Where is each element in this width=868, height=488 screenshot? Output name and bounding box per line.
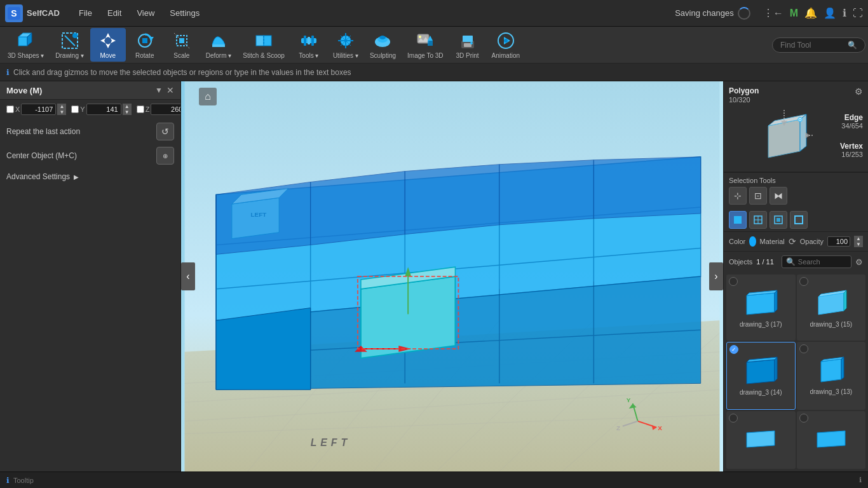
viewport-home-button[interactable]: ⌂ — [199, 88, 217, 105]
toolbar-animation-label: Animation — [492, 52, 520, 59]
z-checkbox[interactable] — [137, 105, 144, 113]
toolbar-3d-print[interactable]: 3D Print — [450, 28, 485, 62]
y-input[interactable] — [86, 104, 121, 115]
fullscreen-icon[interactable]: ⛶ — [853, 8, 863, 19]
rp-obj-checkbox-extra1[interactable] — [729, 414, 738, 423]
svg-marker-115 — [775, 290, 777, 312]
rp-search-input[interactable] — [798, 258, 847, 266]
y-checkbox[interactable] — [71, 105, 79, 113]
center-button[interactable]: ⊕ — [156, 147, 174, 165]
rp-color-picker[interactable] — [749, 236, 756, 247]
toolbar-3d-shapes[interactable]: 3D Shapes ▾ — [3, 28, 49, 62]
z-input[interactable] — [151, 104, 181, 115]
repeat-button[interactable]: ↺ — [156, 123, 174, 140]
toolbar-animation[interactable]: Animation — [487, 28, 525, 62]
image-to-3d-icon — [415, 30, 435, 51]
toolbar-move-label: Move — [100, 52, 116, 59]
rp-obj-item[interactable]: drawing_3 (14) — [726, 342, 796, 409]
rotate-icon — [135, 30, 155, 51]
x-spin-down[interactable]: ▼ — [57, 109, 66, 115]
rp-obj-thumb-15 — [799, 285, 864, 320]
m-icon[interactable]: M — [790, 8, 798, 19]
toolbar-move[interactable]: Move — [90, 28, 126, 62]
menu-view[interactable]: View — [130, 6, 161, 20]
toolbar-tools[interactable]: Tools ▾ — [291, 28, 327, 62]
rp-obj-checkbox-extra2[interactable] — [799, 414, 808, 423]
svg-marker-118 — [844, 290, 846, 311]
rp-objects-grid: drawing_3 (17) drawing_3 (15) — [724, 272, 868, 471]
rp-opacity-spin-down[interactable]: ▼ — [854, 241, 863, 247]
3d-shapes-icon — [16, 30, 36, 51]
rp-obj-item[interactable]: drawing_3 (13) — [797, 342, 866, 409]
x-input[interactable] — [21, 104, 56, 115]
cube-3d-view — [756, 107, 813, 164]
rp-tool-pointer[interactable]: ⊹ — [729, 187, 747, 205]
x-checkbox[interactable] — [6, 105, 14, 113]
rp-obj-item[interactable]: drawing_3 (17) — [726, 274, 796, 341]
svg-marker-9 — [100, 38, 116, 43]
toolbar-sculpting[interactable]: Sculpting — [365, 28, 401, 62]
y-spin-up[interactable]: ▲ — [123, 104, 132, 109]
svg-marker-84 — [216, 308, 311, 390]
rp-obj-item[interactable] — [797, 411, 866, 469]
x-spin-up[interactable]: ▲ — [57, 104, 66, 109]
rp-select-solid[interactable] — [729, 211, 747, 229]
bell-icon[interactable]: 🔔 — [804, 7, 817, 19]
saving-status: Saving changes — [675, 7, 750, 20]
app-name: SelfCAD — [27, 8, 60, 18]
rp-polygon-row: Polygon 10/320 ⚙ — [729, 86, 863, 104]
rp-obj-thumb-extra2 — [799, 421, 864, 456]
rp-obj-checkbox-15[interactable] — [799, 277, 808, 286]
toolbar-image-to-3d[interactable]: Image To 3D — [402, 28, 449, 62]
rp-opacity-input[interactable] — [827, 236, 850, 247]
app-logo[interactable]: S — [5, 4, 23, 22]
toolbar-deform[interactable]: Deform ▾ — [201, 28, 237, 62]
rp-opacity-spin-up[interactable]: ▲ — [854, 236, 863, 241]
panel-dropdown-icon[interactable]: ▼ — [155, 86, 163, 95]
rp-select-wireframe[interactable] — [749, 211, 767, 229]
rp-tool-box[interactable]: ⊡ — [749, 187, 767, 205]
rp-settings-gear[interactable]: ⚙ — [855, 86, 863, 97]
rp-select-faces[interactable] — [770, 211, 787, 229]
rp-selection-tool-row: ⊹ ⊡ ⧓ — [729, 187, 863, 205]
toolbar-rotate[interactable]: Rotate — [127, 28, 163, 62]
viewport-nav-right[interactable]: › — [709, 262, 723, 290]
rp-obj-item[interactable]: drawing_3 (15) — [797, 274, 866, 341]
main-area: Move (M) ▼ ✕ X ▲ ▼ Y ▲ — [0, 81, 868, 471]
toolbar-stitch-scoop[interactable]: Stitch & Scoop — [238, 28, 290, 62]
toolbar-drawing[interactable]: Drawing ▾ — [50, 28, 88, 62]
deform-icon — [208, 30, 229, 51]
rp-select-edges[interactable] — [790, 211, 808, 229]
toolbar-3d-print-label: 3D Print — [456, 52, 479, 59]
toolbar-utilities[interactable]: Utilities ▾ — [328, 28, 363, 62]
rp-material-icon[interactable]: ⟳ — [789, 236, 796, 247]
menu-settings[interactable]: Settings — [163, 6, 206, 20]
share-icon[interactable]: ⋮← — [763, 7, 783, 19]
svg-rect-36 — [428, 41, 433, 46]
info-icon[interactable]: ℹ — [843, 7, 846, 19]
advanced-settings-row[interactable]: Advanced Settings ▶ — [0, 167, 180, 186]
rp-edge-vertex-info: Edge 34/654 Vertex 16/253 — [840, 107, 863, 164]
viewport[interactable]: LEFT LEFT X Y Z ‹ › ⌂ — [181, 81, 723, 471]
move-icon — [98, 30, 118, 51]
rp-obj-item[interactable] — [726, 411, 796, 469]
menu-file[interactable]: File — [72, 6, 98, 20]
rp-objects-header: Objects 1 / 11 🔍 ⚙ — [724, 251, 868, 272]
rp-edge-count: 34/654 — [840, 122, 863, 130]
rp-obj-name-13: drawing_3 (13) — [799, 388, 864, 395]
toolbar-utilities-label: Utilities ▾ — [333, 52, 358, 59]
rp-obj-checkbox-17[interactable] — [729, 277, 738, 286]
x-label: X — [15, 105, 20, 113]
menu-edit[interactable]: Edit — [101, 6, 128, 20]
toolbar-scale[interactable]: Scale — [164, 28, 200, 62]
y-spin-down[interactable]: ▼ — [123, 109, 132, 115]
find-tool-input[interactable]: 🔍 — [772, 37, 865, 53]
rp-tool-lasso[interactable]: ⧓ — [770, 187, 787, 205]
rp-search-box[interactable]: 🔍 — [782, 255, 851, 268]
viewport-nav-left[interactable]: ‹ — [181, 262, 195, 290]
rp-objects-gear[interactable]: ⚙ — [855, 257, 863, 267]
rp-obj-checkbox-13[interactable] — [799, 344, 808, 353]
find-tool-field[interactable] — [780, 41, 844, 50]
panel-close-button[interactable]: ✕ — [166, 85, 174, 95]
user-icon[interactable]: 👤 — [824, 7, 836, 19]
